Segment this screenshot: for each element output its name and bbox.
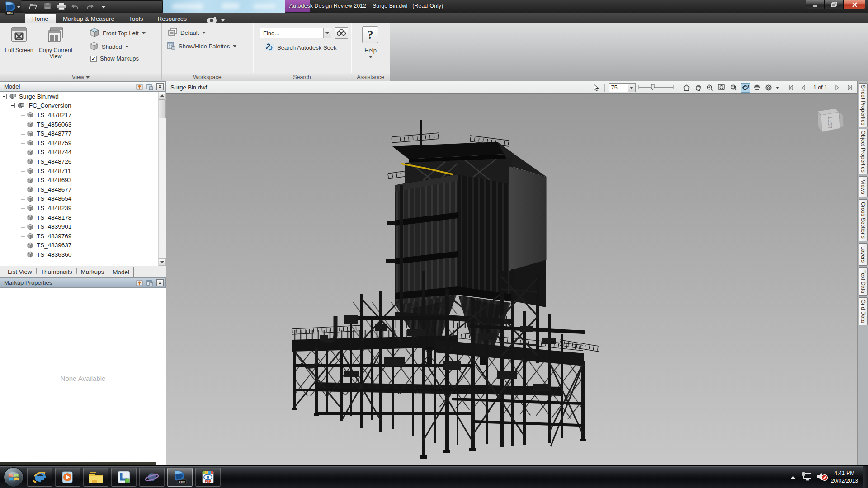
- tree-scrollbar[interactable]: [158, 92, 166, 266]
- minimize-button[interactable]: [806, 0, 825, 9]
- tab-views[interactable]: Views: [859, 176, 868, 197]
- taskbar-app-l-icon[interactable]: [111, 468, 137, 487]
- group-label-workspace[interactable]: Workspace: [162, 73, 253, 81]
- full-screen-button[interactable]: Full Screen: [3, 26, 35, 71]
- print-icon[interactable]: [57, 2, 66, 10]
- save-icon[interactable]: [42, 2, 52, 10]
- tree-item[interactable]: TS_4848777: [0, 129, 166, 138]
- tree-group[interactable]: IFC_Conversion: [0, 101, 166, 111]
- tree-item[interactable]: TS_4836360: [0, 250, 166, 259]
- prev-page-icon[interactable]: [799, 83, 808, 93]
- tab-cross-sections[interactable]: Cross Sections: [859, 199, 868, 241]
- find-button[interactable]: [335, 27, 348, 39]
- turntable-icon[interactable]: [752, 83, 762, 93]
- tab-object-properties[interactable]: Object Properties: [859, 129, 868, 174]
- workspace-default-dropdown[interactable]: Default: [168, 28, 206, 38]
- taskbar-explorer-icon[interactable]: [83, 468, 108, 487]
- zoom-dropdown-icon[interactable]: [628, 84, 635, 92]
- zoom-combobox[interactable]: 75: [609, 83, 636, 92]
- tab-grid-data[interactable]: Grid Data: [859, 297, 868, 325]
- tab-text-data[interactable]: Text Data: [859, 267, 868, 296]
- tab-sheet-properties[interactable]: Sheet Properties: [859, 83, 868, 127]
- tree-item[interactable]: TS_4839769: [0, 231, 166, 241]
- tree-item[interactable]: TS_4848693: [0, 175, 166, 185]
- palette-dock-icon[interactable]: [146, 83, 153, 90]
- qat-menu-icon[interactable]: [99, 2, 108, 10]
- tree-item[interactable]: TS_4839637: [0, 241, 166, 250]
- model-palette-header[interactable]: Model ×: [0, 81, 166, 92]
- scroll-up-icon[interactable]: [159, 92, 166, 99]
- zoom-icon[interactable]: [705, 83, 715, 93]
- fit-page-icon[interactable]: [682, 83, 691, 93]
- taskbar-clock[interactable]: 4:41 PM 20/02/2013: [831, 469, 858, 485]
- last-page-icon[interactable]: [844, 83, 854, 93]
- close-button[interactable]: [844, 0, 865, 9]
- help-button[interactable]: ?: [362, 26, 378, 43]
- close-icon[interactable]: ×: [156, 83, 164, 90]
- palette-anchor-icon[interactable]: [136, 83, 143, 90]
- open-icon[interactable]: [28, 2, 38, 10]
- copy-current-view-button[interactable]: Copy Current View: [37, 26, 74, 71]
- markup-palette-header[interactable]: Markup Properties ×: [0, 277, 166, 288]
- tab-markup-measure[interactable]: Markup & Measure: [56, 14, 122, 23]
- zoom-rectangle-icon[interactable]: [717, 83, 726, 93]
- 3d-viewport[interactable]: LEFT: [166, 94, 857, 465]
- zoom-selection-icon[interactable]: [729, 83, 738, 93]
- tab-home[interactable]: Home: [25, 14, 56, 23]
- tools-dropdown-icon[interactable]: [776, 87, 779, 89]
- taskbar-pdf-icon[interactable]: PDF: [195, 468, 221, 487]
- tree-item[interactable]: TS_4848239: [0, 203, 166, 213]
- tree-item[interactable]: TS_4848654: [0, 194, 166, 204]
- group-label-view[interactable]: View: [0, 73, 161, 81]
- first-page-icon[interactable]: [787, 83, 797, 93]
- tree-item[interactable]: TS_4848759: [0, 138, 166, 148]
- tree-root[interactable]: Surge Bin.nwd: [0, 92, 166, 101]
- tab-layers[interactable]: Layers: [859, 243, 868, 266]
- tab-tools[interactable]: Tools: [122, 14, 151, 23]
- undo-icon[interactable]: [71, 2, 80, 10]
- view-cube[interactable]: LEFT: [814, 106, 848, 136]
- taskbar-media-player-icon[interactable]: [55, 468, 80, 487]
- tree-item[interactable]: TS_4848677: [0, 185, 166, 194]
- tab-thumbnails[interactable]: Thumbnails: [37, 267, 76, 277]
- snapshot-icon[interactable]: [207, 17, 225, 23]
- show-desktop-button[interactable]: [863, 466, 868, 488]
- start-button[interactable]: [4, 467, 24, 487]
- group-label-search[interactable]: Search: [253, 73, 351, 81]
- taskbar-design-review-icon[interactable]: REV: [167, 468, 193, 487]
- pan-icon[interactable]: [693, 83, 703, 93]
- close-icon[interactable]: ×: [156, 279, 164, 286]
- network-icon[interactable]: [802, 472, 813, 483]
- select-cursor-icon[interactable]: [591, 83, 601, 93]
- tree-item[interactable]: TS_4848744: [0, 148, 166, 157]
- volume-muted-icon[interactable]: [816, 472, 828, 483]
- redo-icon[interactable]: [85, 2, 94, 10]
- next-page-icon[interactable]: [832, 83, 842, 93]
- restore-button[interactable]: [825, 0, 844, 9]
- taskbar-ie-icon[interactable]: [27, 468, 52, 487]
- loop-icon[interactable]: [764, 83, 774, 93]
- scroll-thumb[interactable]: [159, 99, 166, 118]
- tab-list-view[interactable]: List View: [4, 267, 36, 277]
- orbit-icon[interactable]: [741, 83, 750, 93]
- tab-resources[interactable]: Resources: [151, 14, 194, 23]
- scroll-down-icon[interactable]: [159, 258, 166, 266]
- collapse-icon[interactable]: [10, 103, 15, 108]
- tree-item[interactable]: TS_4878217: [0, 110, 166, 120]
- show-markups-checkbox[interactable]: ✓ Show Markups: [90, 55, 139, 62]
- taskbar-planet-icon[interactable]: [139, 468, 165, 487]
- view-preset-dropdown[interactable]: Front Top Left: [90, 28, 146, 38]
- search-autodesk-seek[interactable]: Search Autodesk Seek: [265, 42, 337, 53]
- tree-item[interactable]: TS_4839901: [0, 222, 166, 231]
- find-combobox[interactable]: Find...: [260, 28, 331, 38]
- app-logo-icon[interactable]: REV: [2, 0, 22, 15]
- tree-item[interactable]: TS_4848178: [0, 213, 166, 222]
- palette-dock-icon[interactable]: [146, 279, 153, 286]
- show-hide-palettes-dropdown[interactable]: Show/Hide Palettes: [167, 42, 236, 51]
- tree-item[interactable]: TS_4848726: [0, 157, 166, 166]
- render-style-dropdown[interactable]: Shaded: [90, 42, 129, 52]
- tray-expand-icon[interactable]: [790, 476, 796, 479]
- tree-item[interactable]: TS_4848711: [0, 166, 166, 176]
- collapse-icon[interactable]: [2, 94, 7, 99]
- group-label-assistance[interactable]: Assistance: [351, 73, 390, 81]
